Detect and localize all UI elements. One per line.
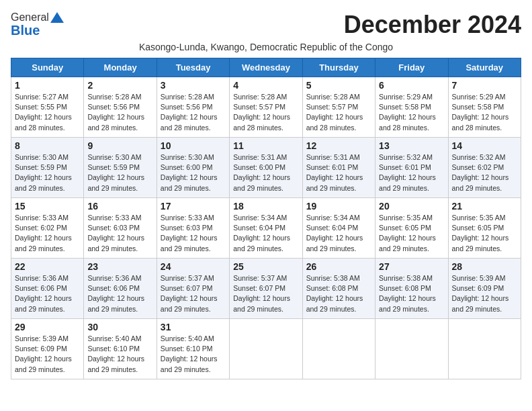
day-content: Sunrise: 5:28 AMSunset: 5:56 PMDaylight:… [87,92,152,133]
day-content: Sunrise: 5:28 AMSunset: 5:56 PMDaylight:… [161,92,226,133]
day-content: Sunrise: 5:35 AMSunset: 6:05 PMDaylight:… [452,213,517,254]
day-content: Sunrise: 5:33 AMSunset: 6:02 PMDaylight:… [15,213,80,254]
calendar-day-cell [375,319,448,379]
page-header: General Blue December 2024 [11,11,521,39]
calendar-day-cell: 29Sunrise: 5:39 AMSunset: 6:09 PMDayligh… [11,319,84,379]
day-content: Sunrise: 5:29 AMSunset: 5:58 PMDaylight:… [379,92,444,133]
day-content: Sunrise: 5:34 AMSunset: 6:04 PMDaylight:… [233,213,298,254]
logo: General Blue [11,11,64,38]
day-number: 8 [15,140,80,151]
day-number: 25 [233,261,298,272]
day-number: 7 [452,80,517,91]
weekday-header-cell: Friday [375,58,448,77]
day-content: Sunrise: 5:38 AMSunset: 6:08 PMDaylight:… [379,273,444,314]
month-title: December 2024 [344,11,521,39]
logo-general-text: General [11,11,49,24]
calendar-day-cell: 27Sunrise: 5:38 AMSunset: 6:08 PMDayligh… [375,259,448,319]
day-content: Sunrise: 5:36 AMSunset: 6:06 PMDaylight:… [87,273,152,314]
day-number: 18 [233,201,298,212]
calendar-table: SundayMondayTuesdayWednesdayThursdayFrid… [11,58,521,379]
day-content: Sunrise: 5:28 AMSunset: 5:57 PMDaylight:… [306,92,371,133]
day-content: Sunrise: 5:36 AMSunset: 6:06 PMDaylight:… [15,273,80,314]
day-number: 27 [379,261,444,272]
day-content: Sunrise: 5:40 AMSunset: 6:10 PMDaylight:… [161,334,226,375]
day-content: Sunrise: 5:37 AMSunset: 6:07 PMDaylight:… [161,273,226,314]
day-content: Sunrise: 5:32 AMSunset: 6:01 PMDaylight:… [379,152,444,193]
calendar-week-row: 22Sunrise: 5:36 AMSunset: 6:06 PMDayligh… [11,259,521,319]
calendar-week-row: 15Sunrise: 5:33 AMSunset: 6:02 PMDayligh… [11,198,521,259]
calendar-day-cell [448,319,521,379]
calendar-week-row: 8Sunrise: 5:30 AMSunset: 5:59 PMDaylight… [11,138,521,198]
weekday-header-cell: Wednesday [230,58,302,77]
logo-icon [50,11,64,24]
calendar-body: 1Sunrise: 5:27 AMSunset: 5:55 PMDaylight… [11,77,521,379]
day-number: 28 [452,261,517,272]
day-number: 3 [161,80,226,91]
calendar-day-cell [230,319,302,379]
day-content: Sunrise: 5:33 AMSunset: 6:03 PMDaylight:… [87,213,152,254]
day-number: 30 [87,322,152,332]
day-number: 1 [15,80,80,91]
day-number: 17 [161,201,226,212]
day-number: 23 [87,261,152,272]
calendar-day-cell: 9Sunrise: 5:30 AMSunset: 5:59 PMDaylight… [84,138,157,198]
day-number: 5 [306,80,371,91]
day-number: 20 [379,201,444,212]
calendar-day-cell: 8Sunrise: 5:30 AMSunset: 5:59 PMDaylight… [11,138,84,198]
day-content: Sunrise: 5:39 AMSunset: 6:09 PMDaylight:… [15,334,80,375]
day-content: Sunrise: 5:31 AMSunset: 6:01 PMDaylight:… [306,152,371,193]
day-number: 11 [233,140,298,151]
day-content: Sunrise: 5:35 AMSunset: 6:05 PMDaylight:… [379,213,444,254]
day-content: Sunrise: 5:38 AMSunset: 6:08 PMDaylight:… [306,273,371,314]
day-number: 29 [15,322,80,332]
calendar-day-cell: 2Sunrise: 5:28 AMSunset: 5:56 PMDaylight… [84,77,157,138]
calendar-day-cell: 18Sunrise: 5:34 AMSunset: 6:04 PMDayligh… [230,198,302,259]
calendar-week-row: 29Sunrise: 5:39 AMSunset: 6:09 PMDayligh… [11,319,521,379]
calendar-day-cell: 6Sunrise: 5:29 AMSunset: 5:58 PMDaylight… [375,77,448,138]
day-number: 31 [161,322,226,332]
weekday-header-row: SundayMondayTuesdayWednesdayThursdayFrid… [11,58,521,77]
day-content: Sunrise: 5:32 AMSunset: 6:02 PMDaylight:… [452,152,517,193]
day-number: 9 [87,140,152,151]
weekday-header-cell: Sunday [11,58,84,77]
calendar-day-cell: 17Sunrise: 5:33 AMSunset: 6:03 PMDayligh… [157,198,229,259]
calendar-day-cell: 31Sunrise: 5:40 AMSunset: 6:10 PMDayligh… [157,319,229,379]
day-number: 6 [379,80,444,91]
day-content: Sunrise: 5:27 AMSunset: 5:55 PMDaylight:… [15,92,80,133]
weekday-header-cell: Thursday [302,58,375,77]
calendar-day-cell: 21Sunrise: 5:35 AMSunset: 6:05 PMDayligh… [448,198,521,259]
calendar-day-cell: 26Sunrise: 5:38 AMSunset: 6:08 PMDayligh… [302,259,375,319]
day-number: 22 [15,261,80,272]
day-number: 12 [306,140,371,151]
calendar-day-cell: 13Sunrise: 5:32 AMSunset: 6:01 PMDayligh… [375,138,448,198]
day-content: Sunrise: 5:29 AMSunset: 5:58 PMDaylight:… [452,92,517,133]
day-number: 14 [452,140,517,151]
weekday-header-cell: Monday [84,58,157,77]
day-number: 16 [87,201,152,212]
day-content: Sunrise: 5:30 AMSunset: 5:59 PMDaylight:… [87,152,152,193]
calendar-day-cell: 14Sunrise: 5:32 AMSunset: 6:02 PMDayligh… [448,138,521,198]
day-number: 24 [161,261,226,272]
logo-blue-text: Blue [11,23,40,38]
svg-marker-0 [50,12,64,23]
day-number: 19 [306,201,371,212]
weekday-header-cell: Saturday [448,58,521,77]
calendar-day-cell: 23Sunrise: 5:36 AMSunset: 6:06 PMDayligh… [84,259,157,319]
day-content: Sunrise: 5:30 AMSunset: 5:59 PMDaylight:… [15,152,80,193]
day-number: 21 [452,201,517,212]
calendar-day-cell: 7Sunrise: 5:29 AMSunset: 5:58 PMDaylight… [448,77,521,138]
calendar-week-row: 1Sunrise: 5:27 AMSunset: 5:55 PMDaylight… [11,77,521,138]
day-number: 26 [306,261,371,272]
day-content: Sunrise: 5:33 AMSunset: 6:03 PMDaylight:… [161,213,226,254]
day-content: Sunrise: 5:40 AMSunset: 6:10 PMDaylight:… [87,334,152,375]
calendar-day-cell: 30Sunrise: 5:40 AMSunset: 6:10 PMDayligh… [84,319,157,379]
calendar-day-cell: 25Sunrise: 5:37 AMSunset: 6:07 PMDayligh… [230,259,302,319]
day-content: Sunrise: 5:30 AMSunset: 6:00 PMDaylight:… [161,152,226,193]
day-content: Sunrise: 5:37 AMSunset: 6:07 PMDaylight:… [233,273,298,314]
calendar-day-cell: 4Sunrise: 5:28 AMSunset: 5:57 PMDaylight… [230,77,302,138]
day-number: 2 [87,80,152,91]
day-content: Sunrise: 5:39 AMSunset: 6:09 PMDaylight:… [452,273,517,314]
calendar-day-cell [302,319,375,379]
day-number: 15 [15,201,80,212]
calendar-day-cell: 15Sunrise: 5:33 AMSunset: 6:02 PMDayligh… [11,198,84,259]
